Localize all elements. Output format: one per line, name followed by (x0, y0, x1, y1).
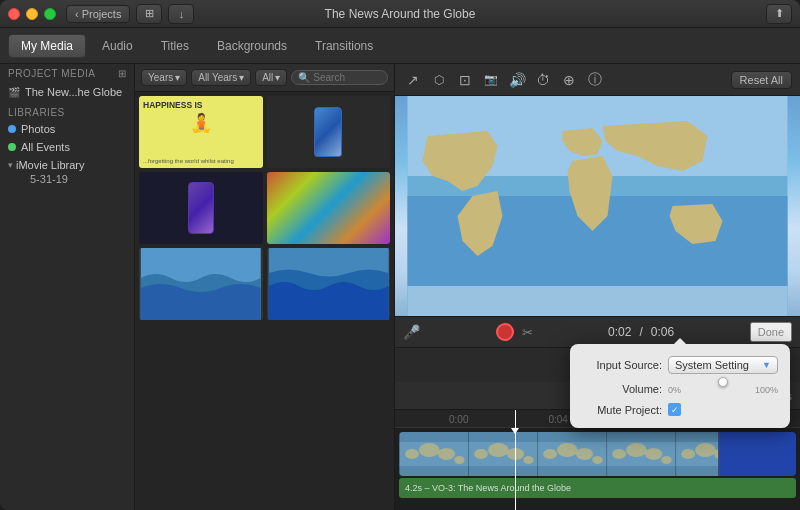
clip-icon: ✂ (522, 325, 533, 340)
viewer-toolbar: ↗ ⬡ ⊡ 📷 🔊 ⏱ ⊕ ⓘ Reset All (395, 64, 800, 96)
svg-rect-13 (399, 432, 718, 476)
volume-row: Volume: 0% 100% (582, 382, 778, 395)
reset-all-button[interactable]: Reset All (731, 71, 792, 89)
record-button[interactable] (496, 323, 514, 341)
video-track[interactable] (399, 432, 796, 476)
all-events-dot (8, 143, 16, 151)
video-preview (395, 96, 800, 316)
years-filter[interactable]: Years ▾ (141, 69, 187, 86)
crop-icon[interactable]: ⊡ (455, 70, 475, 90)
grid-icon: ⊞ (118, 68, 127, 79)
can-thumb-image (267, 96, 391, 168)
audio-settings-popup: Input Source: System Setting ▼ Volume: 0… (570, 344, 790, 428)
title-bar-right: ⬆ (766, 4, 792, 24)
microphone-icon[interactable]: 🎤 (403, 324, 420, 340)
timecode-label-2: 0:04 (548, 414, 567, 425)
title-bar: ‹ Projects ⊞ ↓ The News Around the Globe… (0, 0, 800, 28)
thumbnail-purple-can[interactable] (139, 172, 263, 244)
media-browser: Years ▾ All Years ▾ All ▾ 🔍 HAPPINESS IS (135, 64, 395, 510)
audio-icon[interactable]: 🔊 (507, 70, 527, 90)
svg-rect-15 (718, 432, 719, 476)
tab-backgrounds[interactable]: Backgrounds (205, 35, 299, 57)
chevron-down-icon: ▾ (239, 72, 244, 83)
volume-thumb[interactable] (718, 377, 728, 387)
right-container: ↗ ⬡ ⊡ 📷 🔊 ⏱ ⊕ ⓘ Reset All (395, 64, 800, 510)
total-time: 0:06 (651, 325, 674, 339)
all-filter[interactable]: All ▾ (255, 69, 287, 86)
share-icon-button[interactable]: ⬆ (766, 4, 792, 24)
color-icon[interactable]: ⬡ (429, 70, 449, 90)
info-icon[interactable]: ⓘ (585, 70, 605, 90)
thumbnail-water2[interactable] (267, 248, 391, 320)
speed-icon[interactable]: ⏱ (533, 70, 553, 90)
input-source-row: Input Source: System Setting ▼ (582, 356, 778, 374)
world-map (395, 96, 800, 316)
all-years-filter[interactable]: All Years ▾ (191, 69, 251, 86)
timecode-label: 0:00 (449, 414, 468, 425)
thumbnail-happiness[interactable]: HAPPINESS IS 🧘 ...forgetting the world w… (139, 96, 263, 168)
title-bar-left: ‹ Projects ⊞ ↓ (66, 4, 194, 24)
toolbar: My Media Audio Titles Backgrounds Transi… (0, 28, 800, 64)
media-toolbar: Years ▾ All Years ▾ All ▾ 🔍 (135, 64, 394, 92)
can-shape (314, 107, 342, 157)
right-panel: ↗ ⬡ ⊡ 📷 🔊 ⏱ ⊕ ⓘ Reset All (395, 64, 800, 382)
project-item[interactable]: 🎬 The New...he Globe (0, 83, 134, 101)
minimize-button[interactable] (26, 8, 38, 20)
water-thumb-image (139, 248, 263, 320)
mute-row: Mute Project: ✓ (582, 403, 778, 416)
back-button[interactable]: ‹ Projects (66, 5, 130, 23)
sidebar-item-photos[interactable]: Photos (0, 120, 134, 138)
camera-icon[interactable]: 📷 (481, 70, 501, 90)
tab-my-media[interactable]: My Media (8, 34, 86, 58)
stabilize-icon[interactable]: ⊕ (559, 70, 579, 90)
arrow-icon[interactable]: ↗ (403, 70, 423, 90)
purple-can-shape (188, 182, 214, 234)
done-button[interactable]: Done (750, 322, 792, 342)
chevron-left-icon: ‹ (75, 8, 79, 20)
imovie-library-item[interactable]: ▾ iMovie Library (8, 159, 126, 171)
thumbnail-colorful[interactable] (267, 172, 391, 244)
select-arrow-icon: ▼ (762, 360, 771, 370)
water2-svg (267, 248, 391, 320)
chevron-down-icon: ▾ (175, 72, 180, 83)
time-separator: / (639, 325, 642, 339)
sidebar-item-all-events[interactable]: All Events (0, 138, 134, 156)
chevron-down-icon: ▾ (8, 160, 13, 170)
close-button[interactable] (8, 8, 20, 20)
mute-checkbox[interactable]: ✓ (668, 403, 681, 416)
search-input[interactable] (313, 72, 381, 83)
happiness-thumb-image: HAPPINESS IS 🧘 ...forgetting the world w… (139, 96, 263, 168)
chevron-down-icon: ▾ (275, 72, 280, 83)
date-item[interactable]: 5-31-19 (8, 171, 126, 187)
svg-rect-14 (718, 432, 796, 476)
arrow-down-icon-button[interactable]: ↓ (168, 4, 194, 24)
search-icon: 🔍 (298, 72, 310, 83)
tab-transitions[interactable]: Transitions (303, 35, 385, 57)
svg-rect-5 (408, 286, 788, 316)
audio-track[interactable]: 4.2s – VO-3: The News Around the Globe (399, 478, 796, 498)
mute-label: Mute Project: (582, 404, 662, 416)
tab-titles[interactable]: Titles (149, 35, 201, 57)
window-title: The News Around the Globe (325, 7, 476, 21)
volume-label: Volume: (582, 383, 662, 395)
input-source-label: Input Source: (582, 359, 662, 371)
map-svg (395, 96, 800, 316)
colorful-thumb-image (267, 172, 391, 244)
input-source-select[interactable]: System Setting ▼ (668, 356, 778, 374)
tab-audio[interactable]: Audio (90, 35, 145, 57)
traffic-lights (8, 8, 56, 20)
thumbnail-water[interactable] (139, 248, 263, 320)
media-grid: HAPPINESS IS 🧘 ...forgetting the world w… (135, 92, 394, 510)
playhead (515, 410, 516, 510)
left-panel: PROJECT MEDIA ⊞ 🎬 The New...he Globe LIB… (0, 64, 135, 510)
thumbnail-can[interactable] (267, 96, 391, 168)
main-layout: PROJECT MEDIA ⊞ 🎬 The New...he Globe LIB… (0, 64, 800, 510)
water2-thumb-image (267, 248, 391, 320)
maximize-button[interactable] (44, 8, 56, 20)
storyboard-icon-button[interactable]: ⊞ (136, 4, 162, 24)
project-media-header: PROJECT MEDIA ⊞ (0, 64, 134, 83)
film-icon: 🎬 (8, 87, 20, 98)
water-svg (139, 248, 263, 320)
imovie-library-section: ▾ iMovie Library 5-31-19 (0, 156, 134, 190)
purple-can-thumb-image (139, 172, 263, 244)
